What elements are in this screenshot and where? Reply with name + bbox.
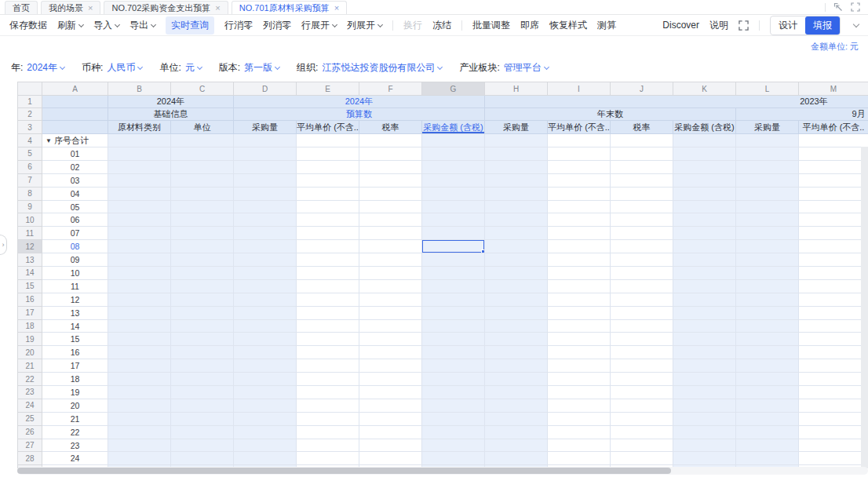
tab-active[interactable]: NO.701原材料采购预算× [232, 1, 347, 14]
grid-cell[interactable] [422, 359, 485, 373]
column-label-H[interactable]: 采购量 [485, 121, 548, 134]
row-header-22[interactable]: 22 [18, 373, 42, 386]
toolbar-item[interactable]: 测算 [597, 19, 616, 32]
grid-cell[interactable] [673, 201, 736, 214]
grid-cell[interactable] [799, 413, 868, 426]
grid-cell[interactable] [736, 386, 799, 399]
grid-cell[interactable] [548, 174, 611, 188]
grid-cell[interactable] [611, 346, 673, 359]
grid-cell[interactable] [611, 174, 673, 188]
row-label-cell[interactable]: 23 [42, 439, 108, 453]
grid-cell[interactable] [736, 346, 799, 359]
grid-cell[interactable] [611, 134, 673, 147]
grid-cell[interactable] [485, 227, 548, 240]
grid-cell[interactable] [297, 426, 359, 439]
grid-cell[interactable] [359, 386, 422, 399]
grid-cell[interactable] [548, 320, 611, 333]
row-header-19[interactable]: 19 [18, 333, 42, 346]
grid-cell[interactable] [171, 413, 234, 426]
grid-cell[interactable] [611, 439, 673, 453]
grid-cell[interactable] [359, 439, 422, 453]
grid-cell[interactable] [108, 267, 171, 280]
grid-cell[interactable] [422, 240, 485, 253]
grid-cell[interactable] [171, 320, 234, 333]
grid-cell[interactable] [422, 426, 485, 439]
grid-cell[interactable] [297, 333, 359, 346]
close-icon[interactable]: × [215, 4, 220, 13]
grid-cell[interactable] [673, 333, 736, 346]
grid-cell[interactable] [108, 413, 171, 426]
grid-cell[interactable] [234, 161, 297, 174]
grid-cell[interactable] [799, 359, 868, 373]
grid-cell[interactable] [108, 240, 171, 253]
row-label-cell[interactable]: 15 [42, 333, 108, 346]
toolbar-item[interactable]: 行展开 [301, 19, 337, 32]
fullscreen-icon[interactable] [739, 20, 749, 31]
grid-cell[interactable] [108, 359, 171, 373]
row-header-14[interactable]: 14 [18, 267, 42, 280]
grid-cell[interactable] [611, 333, 673, 346]
grid-cell[interactable] [485, 134, 548, 147]
grid-cell[interactable] [297, 147, 359, 161]
grid-cell[interactable] [297, 188, 359, 201]
grid-cell[interactable] [673, 188, 736, 201]
grid-cell[interactable] [799, 240, 868, 253]
grid-cell[interactable] [234, 227, 297, 240]
merged-header-cell[interactable]: 预算数 [234, 108, 485, 121]
column-label-C[interactable]: 单位 [171, 121, 234, 134]
grid-cell[interactable] [799, 253, 868, 267]
grid-cell[interactable] [673, 280, 736, 293]
grid-cell[interactable] [736, 373, 799, 386]
row-label-cell[interactable]: 09 [42, 253, 108, 267]
column-label-B[interactable]: 原材料类别 [108, 121, 171, 134]
grid-cell[interactable] [673, 373, 736, 386]
grid-cell[interactable] [422, 174, 485, 188]
horizontal-scrollbar-thumb[interactable] [17, 468, 671, 474]
grid-cell[interactable] [234, 201, 297, 214]
grid-cell[interactable] [297, 213, 359, 227]
column-label-E[interactable]: 平均单价 (不含.. [297, 121, 359, 134]
grid-cell[interactable] [485, 188, 548, 201]
grid-cell[interactable] [108, 280, 171, 293]
grid-cell[interactable] [171, 293, 234, 307]
row-header-16[interactable]: 16 [18, 293, 42, 307]
grid-cell[interactable] [108, 201, 171, 214]
column-label-K[interactable]: 采购金额 (含税) [673, 121, 736, 134]
grid-cell[interactable] [611, 227, 673, 240]
grid-cell[interactable] [611, 253, 673, 267]
grid-cell[interactable] [485, 439, 548, 453]
column-label-I[interactable]: 平均单价 (不含.. [548, 121, 611, 134]
grid-cell[interactable] [297, 253, 359, 267]
grid-cell[interactable] [736, 307, 799, 320]
grid-cell[interactable] [422, 413, 485, 426]
grid-cell[interactable] [108, 346, 171, 359]
chevron-down-icon[interactable] [853, 21, 859, 27]
grid-corner-cell[interactable] [18, 82, 42, 96]
grid-cell[interactable] [108, 439, 171, 453]
merged-header-cell[interactable]: 基础信息 [108, 108, 234, 121]
grid-cell[interactable] [799, 386, 868, 399]
toolbar-item[interactable]: 行消零 [224, 19, 253, 32]
grid-cell[interactable] [234, 439, 297, 453]
grid-cell[interactable] [548, 147, 611, 161]
grid-cell[interactable] [359, 147, 422, 161]
grid-cell[interactable] [799, 333, 868, 346]
grid-cell[interactable] [799, 373, 868, 386]
grid-cell[interactable] [485, 373, 548, 386]
grid-cell[interactable] [108, 213, 171, 227]
grid-cell[interactable] [234, 373, 297, 386]
grid-cell[interactable] [799, 213, 868, 227]
column-header-F[interactable]: F [359, 82, 422, 96]
grid-cell[interactable] [485, 213, 548, 227]
row-header-27[interactable]: 27 [18, 439, 42, 453]
row-header-6[interactable]: 6 [18, 161, 42, 174]
grid-cell[interactable] [673, 386, 736, 399]
grid-cell[interactable] [736, 439, 799, 453]
grid-cell[interactable] [611, 213, 673, 227]
grid-cell[interactable] [736, 280, 799, 293]
grid-cell[interactable] [297, 174, 359, 188]
grid-cell[interactable] [736, 413, 799, 426]
grid-cell[interactable] [485, 161, 548, 174]
grid-cell[interactable] [422, 161, 485, 174]
grid-cell[interactable] [485, 426, 548, 439]
